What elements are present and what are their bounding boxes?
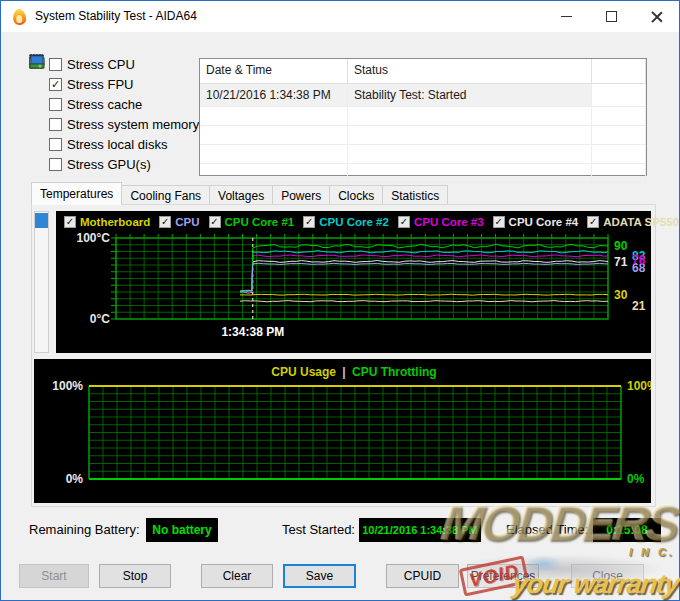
stress-option-label: Stress GPU(s) bbox=[67, 157, 151, 172]
table-header-cell[interactable]: Status bbox=[348, 59, 592, 83]
table-row[interactable] bbox=[200, 107, 646, 126]
legend-label: CPU Core #2 bbox=[319, 216, 389, 228]
table-header-row: Date & TimeStatus bbox=[200, 59, 646, 84]
legend-label: ADATA SP550 bbox=[603, 216, 679, 228]
svg-text:21: 21 bbox=[632, 299, 646, 313]
status-value-box: 0:15:08 bbox=[593, 518, 661, 542]
close-icon bbox=[651, 11, 662, 22]
status-label: Remaining Battery: bbox=[29, 522, 140, 537]
table-header-cell[interactable]: Date & Time bbox=[200, 59, 348, 83]
stress-option-label: Stress CPU bbox=[67, 57, 135, 72]
system-stability-test-window: System Stability Test - AIDA64 Stress CP… bbox=[0, 0, 680, 601]
status-value-box: No battery bbox=[146, 518, 218, 542]
preferences-button[interactable]: Preferences bbox=[467, 564, 539, 588]
svg-text:30: 30 bbox=[614, 288, 628, 302]
legend-label: CPU Core #4 bbox=[509, 216, 579, 228]
legend-checkbox[interactable]: ✓ bbox=[493, 216, 505, 228]
minimize-button[interactable] bbox=[544, 1, 589, 32]
svg-text:CPU Usage: CPU Usage bbox=[271, 365, 336, 379]
event-log-table[interactable]: Date & TimeStatus10/21/2016 1:34:38 PMSt… bbox=[199, 58, 647, 176]
flame-app-icon bbox=[12, 8, 27, 25]
table-cell bbox=[200, 164, 348, 182]
legend-checkbox[interactable]: ✓ bbox=[64, 216, 76, 228]
svg-text:0°C: 0°C bbox=[90, 312, 110, 326]
legend-label: Motherboard bbox=[80, 216, 150, 228]
legend-checkbox[interactable]: ✓ bbox=[209, 216, 221, 228]
cpuid-button[interactable]: CPUID bbox=[386, 564, 459, 588]
stress-checkbox[interactable] bbox=[49, 58, 62, 71]
tab-temperatures[interactable]: Temperatures bbox=[31, 182, 122, 205]
table-row[interactable] bbox=[200, 164, 646, 183]
close-button[interactable] bbox=[634, 1, 679, 32]
clear-button[interactable]: Clear bbox=[201, 564, 273, 588]
table-cell: 10/21/2016 1:34:38 PM bbox=[200, 84, 348, 106]
maximize-icon bbox=[606, 11, 617, 22]
table-cell bbox=[348, 126, 592, 144]
stress-checkbox[interactable] bbox=[49, 118, 62, 131]
table-cell bbox=[592, 84, 646, 106]
legend-checkbox[interactable]: ✓ bbox=[303, 216, 315, 228]
svg-text:1:34:38 PM: 1:34:38 PM bbox=[221, 325, 284, 339]
tab-cooling-fans[interactable]: Cooling Fans bbox=[121, 185, 210, 205]
cpu-usage-plot: CPU Usage|CPU Throttling100%0%100%0% bbox=[34, 359, 651, 503]
cpu-usage-chart: CPU Usage|CPU Throttling100%0%100%0% bbox=[34, 359, 651, 503]
fpu-icon: % bbox=[29, 76, 45, 92]
table-cell bbox=[592, 107, 646, 125]
svg-text:100%: 100% bbox=[52, 379, 83, 393]
tab-bar: TemperaturesCooling FansVoltagesPowersCl… bbox=[31, 182, 447, 205]
svg-text:0%: 0% bbox=[66, 472, 84, 486]
stop-button[interactable]: Stop bbox=[99, 564, 171, 588]
stress-checkbox[interactable] bbox=[49, 138, 62, 151]
legend-label: CPU Core #3 bbox=[414, 216, 484, 228]
table-cell bbox=[592, 164, 646, 182]
table-row[interactable]: 10/21/2016 1:34:38 PMStability Test: Sta… bbox=[200, 84, 646, 107]
table-header-cell[interactable] bbox=[592, 59, 646, 83]
legend-label: CPU bbox=[175, 216, 199, 228]
status-value: 0:15:08 bbox=[606, 523, 647, 537]
stress-option-label: Stress FPU bbox=[67, 77, 133, 92]
svg-text:0%: 0% bbox=[627, 472, 645, 486]
tab-voltages[interactable]: Voltages bbox=[209, 185, 273, 205]
table-row[interactable] bbox=[200, 145, 646, 164]
stress-option-row: Stress CPU bbox=[29, 54, 194, 74]
table-cell bbox=[348, 164, 592, 182]
legend-checkbox[interactable]: ✓ bbox=[159, 216, 171, 228]
table-cell bbox=[200, 126, 348, 144]
stress-checkbox[interactable]: ✓ bbox=[49, 78, 62, 91]
chart-vertical-scrollbar[interactable] bbox=[34, 211, 49, 353]
legend-checkbox[interactable]: ✓ bbox=[587, 216, 599, 228]
tab-powers[interactable]: Powers bbox=[272, 185, 330, 205]
stress-option-row: Stress GPU(s) bbox=[29, 154, 194, 174]
svg-text:|: | bbox=[342, 365, 345, 379]
legend-item: ✓CPU Core #2 bbox=[303, 216, 389, 228]
stress-option-label: Stress cache bbox=[67, 97, 142, 112]
gpu-icon bbox=[29, 156, 45, 172]
table-cell bbox=[592, 145, 646, 163]
table-cell bbox=[348, 145, 592, 163]
stress-checkbox[interactable] bbox=[49, 98, 62, 111]
legend-checkbox[interactable]: ✓ bbox=[398, 216, 410, 228]
stress-option-row: Stress local disks bbox=[29, 134, 194, 154]
save-button[interactable]: Save bbox=[283, 564, 356, 588]
stress-option-row: Stress system memory bbox=[29, 114, 194, 134]
svg-text:71: 71 bbox=[614, 255, 628, 269]
stress-options: Stress CPU%✓Stress FPUStress cacheStress… bbox=[29, 54, 194, 174]
tab-clocks[interactable]: Clocks bbox=[329, 185, 383, 205]
svg-text:78: 78 bbox=[632, 253, 646, 267]
window-title: System Stability Test - AIDA64 bbox=[35, 9, 197, 23]
legend-label: CPU Core #1 bbox=[225, 216, 295, 228]
disk-icon bbox=[29, 136, 45, 152]
legend-item: ✓CPU Core #1 bbox=[209, 216, 295, 228]
stress-checkbox[interactable] bbox=[49, 158, 62, 171]
close-button[interactable]: Close bbox=[571, 564, 644, 588]
tab-statistics[interactable]: Statistics bbox=[382, 185, 448, 205]
status-label: Test Started: bbox=[282, 522, 355, 537]
table-cell: Stability Test: Started bbox=[348, 84, 592, 106]
legend-item: ✓CPU bbox=[159, 216, 199, 228]
scrollbar-thumb[interactable] bbox=[35, 213, 48, 228]
memory-icon bbox=[29, 116, 45, 132]
table-row[interactable] bbox=[200, 126, 646, 145]
maximize-button[interactable] bbox=[589, 1, 634, 32]
table-cell bbox=[200, 107, 348, 125]
minimize-icon bbox=[561, 16, 572, 17]
